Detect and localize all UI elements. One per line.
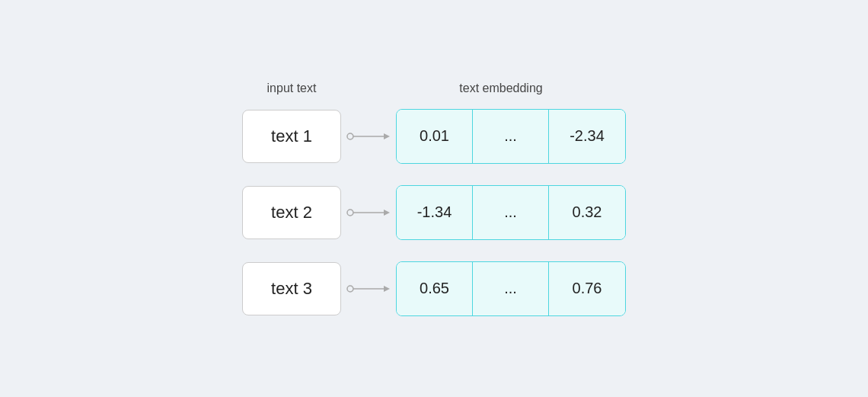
svg-marker-2 <box>384 133 390 139</box>
emb-cell-2-1: ... <box>473 186 549 239</box>
embedding-box-1: 0.01 ... -2.34 <box>396 109 626 164</box>
emb-cell-3-0: 0.65 <box>397 262 473 315</box>
rows-container: text 1 0.01 ... <box>242 109 626 316</box>
row-3: text 3 0.65 ... <box>242 261 626 316</box>
arrow-2 <box>346 205 391 220</box>
svg-point-0 <box>347 133 353 139</box>
row-2: text 2 -1.34 ... <box>242 185 626 240</box>
input-text-label: input text <box>242 82 341 95</box>
input-box-3: text 3 <box>242 262 341 315</box>
row-1: text 1 0.01 ... <box>242 109 626 164</box>
arrow-1 <box>346 129 391 144</box>
emb-cell-2-0: -1.34 <box>397 186 473 239</box>
input-box-1: text 1 <box>242 110 341 163</box>
input-box-2: text 2 <box>242 186 341 239</box>
labels-row: input text text embedding <box>242 82 615 95</box>
svg-marker-8 <box>384 286 390 292</box>
emb-cell-3-1: ... <box>473 262 549 315</box>
svg-point-6 <box>347 286 353 292</box>
embedding-box-3: 0.65 ... 0.76 <box>396 261 626 316</box>
embedding-label: text embedding <box>387 82 615 95</box>
emb-cell-1-1: ... <box>473 110 549 163</box>
svg-marker-5 <box>384 210 390 216</box>
diagram: input text text embedding text 1 <box>242 82 626 316</box>
emb-cell-3-2: 0.76 <box>549 262 625 315</box>
emb-cell-1-2: -2.34 <box>549 110 625 163</box>
embedding-box-2: -1.34 ... 0.32 <box>396 185 626 240</box>
svg-point-3 <box>347 210 353 216</box>
emb-cell-1-0: 0.01 <box>397 110 473 163</box>
emb-cell-2-2: 0.32 <box>549 186 625 239</box>
arrow-3 <box>346 281 391 296</box>
